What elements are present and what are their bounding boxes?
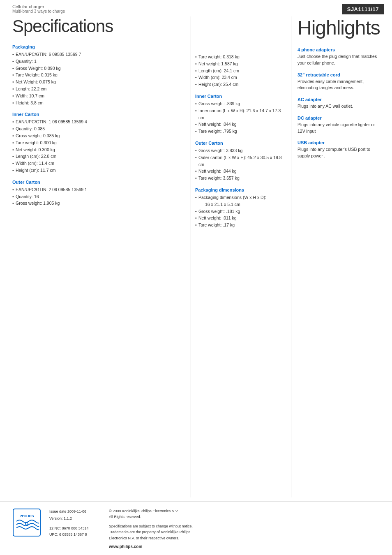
list-item: Length (cm): 22.8 cm — [12, 153, 184, 160]
footer-issue: Issue date 2009-11-06 — [49, 508, 103, 515]
footer-legal: Specifications are subject to change wit… — [109, 523, 193, 541]
footer-legal-area: © 2009 Koninklijke Philips Electronics N… — [109, 508, 193, 549]
issue-label: Issue date — [49, 509, 67, 513]
svg-point-2 — [25, 523, 28, 525]
packaging-dimensions-section: Packaging dimensions Packaging dimension… — [195, 187, 287, 229]
list-item: Gross weight: .839 kg — [195, 100, 287, 107]
list-item: Gross weight: 0.385 kg — [12, 132, 184, 139]
highlight-title-3: DC adapter — [297, 116, 384, 120]
highlight-text-1: Provides easy cable management, eliminat… — [297, 79, 384, 92]
list-item: Tare weight: .17 kg — [195, 222, 287, 229]
highlight-text-2: Plugs into any AC wall outlet. — [297, 103, 384, 110]
outer-carton-left-title: Outer Carton — [12, 180, 184, 185]
packaging-items: EAN/UPC/GTIN: 6 09585 13569 7 Quantity: … — [12, 51, 184, 106]
page: Cellular charger Multi-brand 3 ways to c… — [0, 0, 392, 555]
product-info: Cellular charger Multi-brand 3 ways to c… — [12, 4, 65, 14]
inner-carton-right-items: Gross weight: .839 kg Inner carton (L x … — [195, 100, 287, 135]
inner-carton-right-title: Inner Carton — [195, 94, 287, 99]
highlight-section-4: USB adapter Plugs into any computer's US… — [297, 140, 384, 160]
footer-content: Issue date 2009-11-06 Version: 1.1.2 12 … — [49, 508, 384, 549]
list-item: Tare Weight: 0.015 kg — [12, 72, 184, 79]
list-item: Nett weight: .011 kg — [195, 215, 287, 222]
inner-carton-items: EAN/UPC/GTIN: 1 06 09585 13569 4 Quantit… — [12, 118, 184, 173]
middle-specs-panel: Tare weight: 0.318 kg Net weight: 1.587 … — [191, 16, 291, 497]
footer-website: www.philips.com — [109, 544, 193, 549]
inner-carton-right-section: Inner Carton Gross weight: .839 kg Inner… — [195, 94, 287, 135]
product-type: Cellular charger — [12, 4, 65, 9]
list-item: Nett weight: .044 kg — [195, 121, 287, 128]
highlight-title-2: AC adapter — [297, 97, 384, 102]
packaging-section: Packaging EAN/UPC/GTIN: 6 09585 13569 7 … — [12, 44, 184, 106]
list-item: Gross weight: 1.905 kg — [12, 200, 184, 207]
left-panel: Specifications Packaging EAN/UPC/GTIN: 6… — [12, 16, 191, 497]
footer-copyright: © 2009 Koninklijke Philips Electronics N… — [109, 508, 193, 520]
packaging-dimensions-items: Packaging dimensions (W x H x D): 16 x 2… — [195, 194, 287, 229]
highlight-text-0: Just choose the plug design that matches… — [297, 53, 384, 67]
product-desc: Multi-brand 3 ways to charge — [12, 9, 65, 14]
list-item: EAN/UPC/GTIN: 1 06 09585 13569 4 — [12, 118, 184, 125]
list-item: EAN/UPC/GTIN: 2 06 09585 13569 1 — [12, 186, 184, 193]
highlights-title: Highlights — [297, 16, 384, 39]
list-item: Height: 3.8 cm — [12, 99, 184, 106]
version-value: 1.1.2 — [64, 516, 72, 520]
list-item: Net Weight: 0.075 kg — [12, 79, 184, 86]
highlight-section-2: AC adapter Plugs into any AC wall outlet… — [297, 97, 384, 110]
highlights-panel: Highlights 4 phone adapters Just choose … — [291, 16, 384, 497]
list-item: Tare weight: 3.657 kg — [195, 175, 287, 182]
highlight-section-0: 4 phone adapters Just choose the plug de… — [297, 47, 384, 67]
model-badge: SJA1111/17 — [342, 4, 384, 14]
highlight-text-3: Plugs into any vehicle cigarette lighter… — [297, 122, 384, 135]
highlight-section-3: DC adapter Plugs into any vehicle cigare… — [297, 116, 384, 135]
footer: PHILIPS Issue date 2009-11-06 Version: 1… — [0, 502, 392, 555]
inner-carton-title: Inner Carton — [12, 112, 184, 117]
list-item: Width (cm): 23.4 cm — [195, 74, 287, 81]
outer-carton-right-title: Outer Carton — [195, 141, 287, 146]
list-item: Inner carton (L x W x H): 21.6 x 14.7 x … — [195, 107, 287, 121]
list-item: Quantity: 1 — [12, 58, 184, 65]
list-item: Length: 22.2 cm — [12, 86, 184, 92]
list-item: Quantity: 0.085 — [12, 125, 184, 132]
footer-nc: 12 NC: 8670 000 34314 — [49, 525, 103, 531]
footer-upc: UPC: 6 09585 14367 8 — [49, 532, 103, 537]
packaging-dimensions-title: Packaging dimensions — [195, 187, 287, 192]
outer-carton-right-items: Gross weight: 3.833 kg Outer carton (L x… — [195, 147, 287, 182]
svg-text:PHILIPS: PHILIPS — [19, 514, 34, 518]
list-item: Nett weight: .044 kg — [195, 168, 287, 175]
list-item: Net weight: 1.587 kg — [195, 60, 287, 67]
list-item: Height (cm): 11.7 cm — [12, 167, 184, 174]
list-item: Tare weight: .795 kg — [195, 128, 287, 135]
highlight-title-4: USB adapter — [297, 140, 384, 145]
list-item: Packaging dimensions (W x H x D): — [195, 194, 287, 201]
list-item: Tare weight: 0.300 kg — [12, 139, 184, 146]
highlight-section-1: 32" retractable cord Provides easy cable… — [297, 72, 384, 92]
highlight-text-4: Plugs into any computer's USB port to su… — [297, 146, 384, 160]
outer-carton-left-items: EAN/UPC/GTIN: 2 06 09585 13569 1 Quantit… — [12, 186, 184, 207]
list-item: Height (cm): 25.4 cm — [195, 81, 287, 88]
list-item: Tare weight: 0.318 kg — [195, 53, 287, 60]
outer-carton-left-section: Outer Carton EAN/UPC/GTIN: 2 06 09585 13… — [12, 180, 184, 207]
list-item: Quantity: 16 — [12, 193, 184, 200]
highlight-title-1: 32" retractable cord — [297, 72, 384, 77]
list-item: Outer carton (L x W x H): 45.2 x 30.5 x … — [195, 154, 287, 168]
list-item: Gross weight: .181 kg — [195, 208, 287, 215]
outer-carton-right-section: Outer Carton Gross weight: 3.833 kg Oute… — [195, 141, 287, 182]
version-label: Version: — [49, 516, 63, 520]
list-item: Net weight: 0.300 kg — [12, 146, 184, 153]
list-item: EAN/UPC/GTIN: 6 09585 13569 7 — [12, 51, 184, 58]
page-title: Specifications — [12, 16, 184, 36]
issue-date: 2009-11-06 — [67, 509, 86, 513]
footer-dates: Issue date 2009-11-06 Version: 1.1.2 12 … — [49, 508, 103, 537]
inner-carton-section: Inner Carton EAN/UPC/GTIN: 1 06 09585 13… — [12, 112, 184, 173]
list-item: Gross weight: 3.833 kg — [195, 147, 287, 154]
highlight-title-0: 4 phone adapters — [297, 47, 384, 52]
packaging-title: Packaging — [12, 44, 184, 49]
list-item: Gross Weight: 0.090 kg — [12, 65, 184, 72]
list-item-indent: 16 x 21.1 x 5.1 cm — [195, 201, 287, 208]
list-item: Width: 10.7 cm — [12, 92, 184, 99]
philips-logo: PHILIPS — [12, 508, 41, 538]
list-item: Length (cm): 24.1 cm — [195, 67, 287, 74]
col2-top-items: Tare weight: 0.318 kg Net weight: 1.587 … — [195, 53, 287, 88]
list-item: Width (cm): 11.4 cm — [12, 160, 184, 167]
col2-top-section: Tare weight: 0.318 kg Net weight: 1.587 … — [195, 53, 287, 88]
footer-version: Version: 1.1.2 — [49, 515, 103, 522]
